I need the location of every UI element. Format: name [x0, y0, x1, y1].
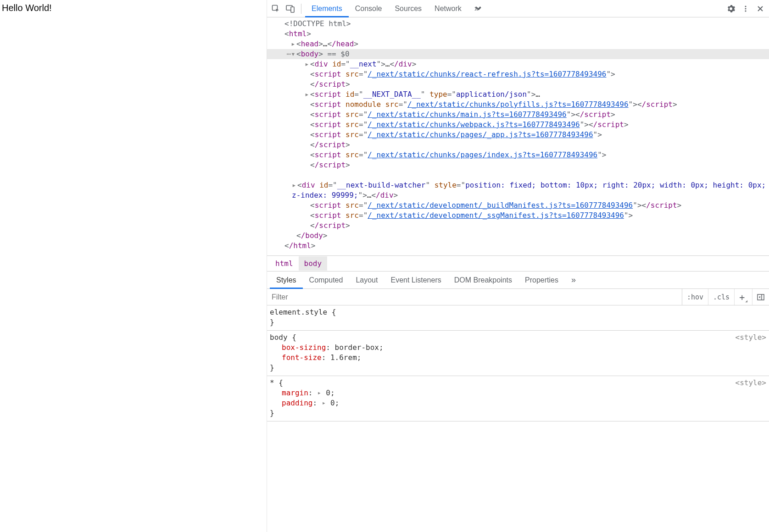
dom-node-close[interactable]: </script>	[267, 221, 769, 231]
dom-doctype[interactable]: <!DOCTYPE html>	[267, 19, 769, 29]
style-property[interactable]: box-sizing: border-box;	[270, 343, 766, 353]
dom-node[interactable]: <script src="/_next/static/development/_…	[267, 200, 769, 211]
styles-filter-row: :hov .cls +◢	[267, 289, 769, 305]
dom-body-close[interactable]: </body>	[267, 231, 769, 241]
dom-node-close[interactable]: </script>	[267, 160, 769, 170]
tab-elements[interactable]: Elements	[305, 0, 349, 17]
styles-filter-input[interactable]	[267, 293, 682, 301]
svg-point-4	[745, 8, 746, 9]
close-devtools-icon[interactable]	[753, 2, 767, 16]
dom-node[interactable]: <script nomodule src="/_next/static/chun…	[267, 100, 769, 110]
dom-node[interactable]: ▸<script id="__NEXT_DATA__" type="applic…	[267, 89, 769, 100]
subtab-properties[interactable]: Properties	[518, 272, 565, 288]
subtab-event-listeners[interactable]: Event Listeners	[384, 272, 447, 288]
dom-html-open[interactable]: <html>	[267, 29, 769, 39]
style-property[interactable]: margin: ▸ 0;	[270, 388, 766, 398]
settings-gear-icon[interactable]	[724, 2, 738, 16]
subtab-styles[interactable]: Styles	[270, 272, 303, 288]
style-rule[interactable]: element.style {}	[267, 305, 769, 331]
svg-rect-6	[758, 294, 764, 300]
dom-node[interactable]: <script src="/_next/static/chunks/main.j…	[267, 110, 769, 120]
page-text: Hello World!	[2, 3, 52, 13]
dom-node[interactable]: <script src="/_next/static/chunks/pages/…	[267, 130, 769, 140]
svg-point-3	[745, 6, 746, 7]
devtools-main-tabs: Elements Console Sources Network »	[305, 0, 485, 17]
devtools-panel: Elements Console Sources Network »	[267, 0, 769, 532]
gutter-ellipsis-icon[interactable]: ⋯	[278, 49, 291, 59]
toolbar-separator	[301, 4, 301, 14]
tab-console[interactable]: Console	[349, 0, 389, 17]
toggle-sidebar-icon[interactable]	[752, 289, 769, 305]
crumb-html[interactable]: html	[270, 256, 299, 271]
svg-point-5	[745, 10, 746, 11]
style-rule[interactable]: <style>* {margin: ▸ 0;padding: ▸ 0;}	[267, 376, 769, 421]
tabs-overflow-icon[interactable]: »	[468, 0, 485, 17]
dom-node[interactable]: ▸<div id="__next-build-watcher" style="p…	[267, 170, 769, 200]
style-rule[interactable]: <style>body {box-sizing: border-box;font…	[267, 331, 769, 376]
subtab-computed[interactable]: Computed	[303, 272, 350, 288]
rendered-page: Hello World!	[0, 0, 267, 532]
kebab-menu-icon[interactable]	[739, 2, 752, 16]
subtab-layout[interactable]: Layout	[349, 272, 384, 288]
dom-node[interactable]: <script src="/_next/static/chunks/pages/…	[267, 150, 769, 160]
dom-node-close[interactable]: </script>	[267, 79, 769, 89]
new-style-rule-button[interactable]: +◢	[734, 289, 752, 305]
dom-node[interactable]: ▸<div id="__next">…</div>	[267, 59, 769, 69]
dom-html-close[interactable]: </html>	[267, 241, 769, 251]
dom-node[interactable]: <script src="/_next/static/chunks/webpac…	[267, 120, 769, 130]
tab-sources[interactable]: Sources	[388, 0, 428, 17]
cls-toggle[interactable]: .cls	[708, 289, 734, 305]
devtools-tabbar: Elements Console Sources Network »	[267, 0, 769, 17]
rule-source[interactable]: <style>	[736, 332, 766, 343]
tab-network[interactable]: Network	[428, 0, 468, 17]
dom-body-open[interactable]: ⋯▾<body> == $0	[267, 49, 769, 59]
device-toolbar-icon[interactable]	[284, 2, 297, 16]
subtab-dom-breakpoints[interactable]: DOM Breakpoints	[448, 272, 518, 288]
inspect-element-icon[interactable]	[269, 2, 283, 16]
styles-rules[interactable]: element.style {}<style>body {box-sizing:…	[267, 305, 769, 532]
dom-node[interactable]: <script src="/_next/static/development/_…	[267, 211, 769, 221]
svg-rect-2	[291, 7, 294, 12]
crumb-body[interactable]: body	[299, 256, 328, 271]
style-property[interactable]: font-size: 1.6rem;	[270, 353, 766, 363]
elements-tree[interactable]: <!DOCTYPE html> <html> ▸<head>…</head> ⋯…	[267, 17, 769, 256]
dom-node-close[interactable]: </script>	[267, 140, 769, 150]
styles-subtabs: Styles Computed Layout Event Listeners D…	[267, 272, 769, 289]
dom-breadcrumb: html body	[267, 256, 769, 272]
hov-toggle[interactable]: :hov	[682, 289, 708, 305]
dom-head[interactable]: ▸<head>…</head>	[267, 39, 769, 49]
subtabs-overflow-icon[interactable]: »	[565, 272, 582, 288]
dom-node[interactable]: <script src="/_next/static/chunks/react-…	[267, 69, 769, 79]
rule-source[interactable]: <style>	[736, 378, 766, 388]
style-property[interactable]: padding: ▸ 0;	[270, 398, 766, 408]
